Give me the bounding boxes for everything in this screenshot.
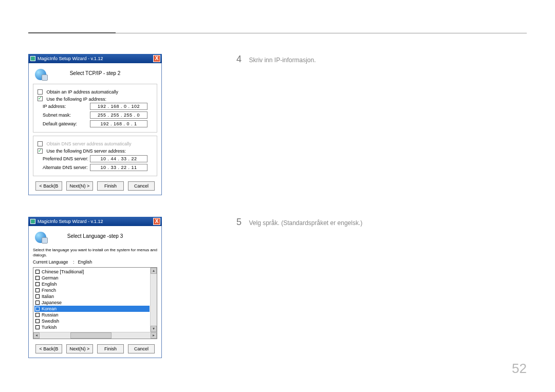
dns-fieldset: Obtain DNS server address automatically …	[33, 136, 157, 176]
finish-button[interactable]: Finish	[97, 181, 124, 191]
app-icon	[30, 56, 35, 61]
alternate-dns-label: Alternate DNS server:	[43, 165, 90, 170]
list-item[interactable]: Italian	[34, 293, 150, 300]
checkbox-icon	[35, 270, 40, 274]
auto-dns-radio[interactable]	[38, 141, 43, 146]
scroll-left-icon[interactable]: ◂	[33, 332, 40, 339]
auto-ip-radio[interactable]	[38, 89, 43, 95]
list-item[interactable]: German	[34, 275, 150, 281]
list-item[interactable]: Turkish	[34, 324, 150, 330]
checkbox-icon	[35, 307, 40, 311]
ip-address-input[interactable]: 192 . 168 . 0 . 102	[90, 103, 147, 110]
list-item-label: Turkish	[42, 325, 57, 330]
auto-dns-label: Obtain DNS server address automatically	[47, 141, 132, 146]
alternate-dns-input[interactable]: 10 . 33 . 22 . 11	[90, 164, 147, 171]
ip-address-label: IP address:	[43, 104, 90, 109]
list-item[interactable]: Chinese [Simplified]	[34, 330, 150, 331]
list-item-label: Chinese [Simplified]	[42, 331, 83, 331]
default-gateway-label: Default gateway:	[43, 121, 90, 126]
checkbox-icon	[35, 301, 40, 305]
step4-number: 4	[236, 54, 247, 65]
list-item[interactable]: Swedish	[34, 318, 150, 324]
list-item[interactable]: English	[34, 281, 150, 287]
step4-caption: 4 Skriv inn IP-informasjon.	[236, 54, 316, 65]
scroll-right-icon[interactable]: ▸	[151, 332, 157, 339]
checkbox-icon	[35, 294, 40, 298]
current-language-value: English	[78, 259, 92, 265]
list-item-label: Chinese [Traditional]	[42, 269, 84, 274]
instruction-text: Select the language you want to install …	[33, 248, 157, 257]
default-gateway-input[interactable]: 192 . 168 . 0 . 1	[90, 120, 147, 127]
checkbox-icon	[35, 288, 40, 292]
list-item-label: English	[42, 282, 57, 287]
checkbox-icon	[35, 282, 40, 286]
vertical-scrollbar[interactable]: ▴ ▾	[150, 268, 157, 332]
list-item[interactable]: Japanese	[34, 300, 150, 306]
list-item-label: Italian	[42, 294, 54, 299]
step5-text: Velg språk. (Standardspråket er engelsk.…	[249, 219, 362, 227]
use-ip-label: Use the following IP address:	[47, 96, 106, 101]
page-number: 52	[512, 361, 527, 377]
use-dns-radio[interactable]	[38, 148, 43, 154]
step5-number: 5	[236, 217, 247, 228]
checkbox-icon	[35, 276, 40, 280]
list-item[interactable]: French	[34, 287, 150, 293]
step-title: Select Language -step 3	[33, 233, 157, 239]
current-language-label: Current Language	[33, 259, 68, 265]
ip-fieldset: Obtain an IP address automatically Use t…	[33, 84, 157, 133]
header-short-rule	[28, 32, 116, 33]
cancel-button[interactable]: Cancel	[128, 344, 155, 353]
scroll-thumb[interactable]	[70, 332, 112, 339]
dialog-tcpip: MagicInfo Setup Wizard - v.1.12 X Select…	[28, 54, 162, 195]
scroll-up-icon[interactable]: ▴	[151, 268, 157, 274]
checkbox-icon	[35, 319, 40, 323]
back-button[interactable]: < Back(B	[35, 181, 62, 191]
subnet-mask-input[interactable]: 255 . 255 . 255 . 0	[90, 111, 147, 119]
finish-button[interactable]: Finish	[97, 344, 124, 353]
list-item[interactable]: Russian	[34, 312, 150, 318]
current-language-sep: :	[73, 259, 74, 265]
scroll-down-icon[interactable]: ▾	[151, 326, 157, 332]
app-icon	[30, 219, 35, 224]
use-dns-label: Use the following DNS server address:	[47, 148, 126, 154]
language-listbox[interactable]: Chinese [Traditional] German English Fre…	[33, 267, 157, 339]
use-ip-radio[interactable]	[38, 96, 43, 101]
step-title: Select TCP/IP - step 2	[33, 70, 157, 76]
step4-text: Skriv inn IP-informasjon.	[249, 57, 316, 64]
dialog-language: MagicInfo Setup Wizard - v.1.12 X Select…	[28, 217, 162, 358]
preferred-dns-label: Preferred DNS server:	[43, 156, 90, 161]
subnet-mask-label: Subnet mask:	[43, 113, 90, 118]
window-title: MagicInfo Setup Wizard - v.1.12	[38, 56, 103, 61]
next-button[interactable]: Next(N) >	[66, 181, 93, 191]
list-item-label: Russian	[42, 312, 59, 318]
horizontal-scrollbar[interactable]: ◂ ▸	[33, 332, 157, 339]
preferred-dns-input[interactable]: 10 . 44 . 33 . 22	[90, 155, 147, 162]
list-item-label: Japanese	[42, 300, 62, 305]
checkbox-icon	[35, 325, 40, 329]
close-button[interactable]: X	[153, 55, 160, 62]
list-item-label: Korean	[42, 306, 57, 311]
close-button[interactable]: X	[153, 218, 160, 225]
next-button[interactable]: Next(N) >	[66, 344, 93, 353]
list-item-label: French	[42, 288, 56, 293]
titlebar: MagicInfo Setup Wizard - v.1.12 X	[28, 54, 162, 63]
list-item[interactable]: Chinese [Traditional]	[34, 269, 150, 275]
dialog-body: Select TCP/IP - step 2 Obtain an IP addr…	[28, 63, 162, 195]
checkbox-icon	[35, 313, 40, 317]
window-title: MagicInfo Setup Wizard - v.1.12	[38, 219, 103, 224]
list-item-label: German	[42, 275, 59, 281]
current-language-row: Current Language : English	[33, 259, 157, 265]
cancel-button[interactable]: Cancel	[128, 181, 155, 191]
dialog-body: Select Language -step 3 Select the langu…	[28, 226, 162, 358]
titlebar: MagicInfo Setup Wizard - v.1.12 X	[28, 217, 162, 226]
back-button[interactable]: < Back(B	[35, 344, 62, 353]
list-item-selected[interactable]: Korean	[34, 306, 150, 312]
auto-ip-label: Obtain an IP address automatically	[47, 89, 118, 95]
step5-caption: 5 Velg språk. (Standardspråket er engels…	[236, 217, 362, 228]
list-item-label: Swedish	[42, 319, 59, 324]
